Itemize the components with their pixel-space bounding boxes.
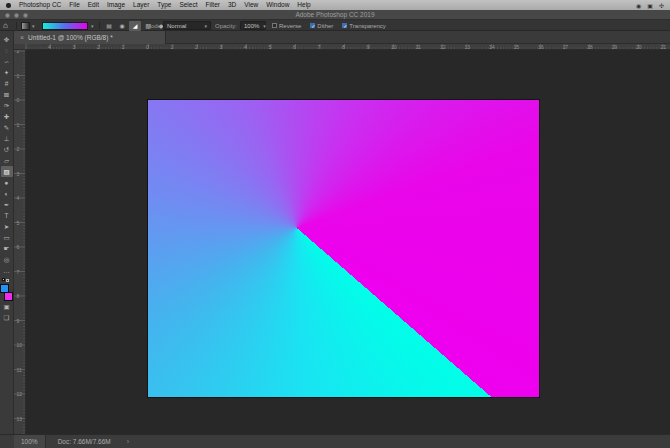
ruler-label: 3 xyxy=(17,171,20,177)
ruler-label: 4 xyxy=(48,44,51,50)
blend-mode-dropdown[interactable]: Normal ▾ xyxy=(163,21,211,30)
document-tab[interactable]: × Untitled-1 @ 100% (RGB/8) * xyxy=(14,31,166,44)
gradient-tool[interactable]: ▨ xyxy=(1,166,13,177)
ruler-label: 2 xyxy=(17,50,20,54)
square-status-icon[interactable]: ▣ xyxy=(647,2,653,9)
ruler-label: 20 xyxy=(636,44,642,50)
ruler-label: 19 xyxy=(612,44,618,50)
menu-item[interactable]: Help xyxy=(297,0,310,10)
lasso-tool[interactable]: ∽ xyxy=(1,56,13,67)
angle-gradient-type-button[interactable]: ◢ xyxy=(129,21,141,31)
opacity-dropdown[interactable]: 100% ▾ xyxy=(240,21,266,30)
eyedropper-tool[interactable]: ✑ xyxy=(1,100,13,111)
edit-toolbar-button[interactable]: … xyxy=(1,265,13,276)
foreground-color-swatch[interactable] xyxy=(0,284,9,293)
zoom-level-field[interactable]: 100% xyxy=(14,435,46,448)
close-tab-icon[interactable]: × xyxy=(20,34,24,41)
menu-item[interactable]: File xyxy=(69,0,79,10)
ruler-label: 21 xyxy=(661,44,667,50)
home-icon[interactable]: ⌂ xyxy=(3,20,8,31)
menubar-status-icons: ◉▣✣ xyxy=(636,2,664,9)
apple-menu-icon[interactable] xyxy=(6,3,11,8)
ruler-label: 11 xyxy=(17,367,22,373)
clone-stamp-tool[interactable]: ⊥ xyxy=(1,133,13,144)
menu-item[interactable]: Type xyxy=(157,0,171,10)
default-colors-icon[interactable] xyxy=(2,278,12,283)
menu-item[interactable]: Edit xyxy=(88,0,99,10)
menu-item[interactable]: Photoshop CC xyxy=(19,0,61,10)
status-options-chevron-icon[interactable]: › xyxy=(127,438,129,445)
blend-mode-value: Normal xyxy=(167,23,186,29)
screen-mode-button[interactable]: ❏ xyxy=(1,312,13,323)
ruler-label: 4 xyxy=(244,44,247,50)
window-title: Adobe Photoshop CC 2019 xyxy=(0,10,670,20)
ruler-label: 2 xyxy=(97,44,100,50)
ruler-label: 0 xyxy=(146,44,149,50)
background-color-swatch[interactable] xyxy=(4,292,13,301)
history-brush-tool[interactable]: ↺ xyxy=(1,144,13,155)
ruler-label: 14 xyxy=(489,44,495,50)
ruler-label: 1 xyxy=(171,44,174,50)
move-tool[interactable]: ✥ xyxy=(1,34,13,45)
vertical-ruler[interactable]: 21012345678910111213 xyxy=(14,50,26,434)
dodge-tool[interactable]: ◐ xyxy=(1,188,13,199)
marquee-tool[interactable]: ◌ xyxy=(1,45,13,56)
photoshop-window: Photoshop CCFileEditImageLayerTypeSelect… xyxy=(0,0,670,448)
quick-selection-tool[interactable]: ✦ xyxy=(1,67,13,78)
color-swatches xyxy=(0,284,13,301)
ruler-label: 5 xyxy=(17,220,20,226)
rectangle-tool[interactable]: ▭ xyxy=(1,232,13,243)
ruler-label: 12 xyxy=(440,44,446,50)
menu-item[interactable]: Filter xyxy=(205,0,219,10)
frame-tool[interactable]: ⊠ xyxy=(1,89,13,100)
menu-item[interactable]: Layer xyxy=(133,0,149,10)
brush-tool[interactable]: ✎ xyxy=(1,122,13,133)
spotlight-status-icon[interactable]: ✣ xyxy=(659,2,664,9)
blur-tool[interactable]: ● xyxy=(1,177,13,188)
ruler-label: 1 xyxy=(17,73,20,79)
checkbox-label: Dither xyxy=(317,23,333,29)
gradient-picker-chevron-icon[interactable]: ▾ xyxy=(91,20,94,31)
path-selection-tool[interactable]: ➤ xyxy=(1,221,13,232)
type-tool[interactable]: T xyxy=(1,210,13,221)
tool-preset-picker[interactable]: ▾ xyxy=(21,20,35,31)
menu-item[interactable]: Image xyxy=(107,0,125,10)
menu-item[interactable]: 3D xyxy=(228,0,236,10)
eraser-tool[interactable]: ▱ xyxy=(1,155,13,166)
tools-panel: ✥◌∽✦#⊠✑✚✎⊥↺▱▨●◐✒T➤▭☛◎… ▣ ❏ xyxy=(0,31,14,434)
checkbox[interactable] xyxy=(342,23,347,28)
menu-item[interactable]: Select xyxy=(179,0,197,10)
opacity-label: Opacity: xyxy=(215,20,237,31)
canvas[interactable] xyxy=(148,100,539,397)
menu-item[interactable]: Window xyxy=(266,0,289,10)
ruler-label: 3 xyxy=(220,44,223,50)
ruler-label: 6 xyxy=(293,44,296,50)
macos-menubar: Photoshop CCFileEditImageLayerTypeSelect… xyxy=(0,0,670,10)
checkbox-label: Reverse xyxy=(279,23,301,29)
checkbox[interactable] xyxy=(310,23,315,28)
checkbox-label: Transparency xyxy=(349,23,385,29)
pen-tool[interactable]: ✒ xyxy=(1,199,13,210)
status-bar: 100% Doc: 7.66M/7.66M › xyxy=(0,434,670,448)
radial-gradient-type-button[interactable]: ◉ xyxy=(116,21,128,31)
gradient-option-checkboxes: Reverse Dither Transparency xyxy=(272,20,386,31)
crop-tool[interactable]: # xyxy=(1,78,13,89)
ruler-label: 2 xyxy=(195,44,198,50)
document-tab-bar: × Untitled-1 @ 100% (RGB/8) * xyxy=(14,31,670,44)
spot-healing-tool[interactable]: ✚ xyxy=(1,111,13,122)
zoom-tool[interactable]: ◎ xyxy=(1,254,13,265)
ruler-label: 9 xyxy=(367,44,370,50)
gradient-preview[interactable] xyxy=(42,22,88,30)
ruler-label: 11 xyxy=(416,44,421,50)
ruler-label: 8 xyxy=(342,44,345,50)
ruler-label: 13 xyxy=(17,416,23,422)
linear-gradient-type-button[interactable]: ▤ xyxy=(103,21,115,31)
hand-tool[interactable]: ☛ xyxy=(1,243,13,254)
quick-mask-button[interactable]: ▣ xyxy=(1,301,13,312)
checkbox[interactable] xyxy=(272,23,277,28)
eye-status-icon[interactable]: ◉ xyxy=(636,2,641,9)
ruler-label: 1 xyxy=(122,44,125,50)
chevron-down-icon: ▾ xyxy=(204,23,207,29)
menu-item[interactable]: View xyxy=(244,0,258,10)
ruler-label: 4 xyxy=(17,195,20,201)
